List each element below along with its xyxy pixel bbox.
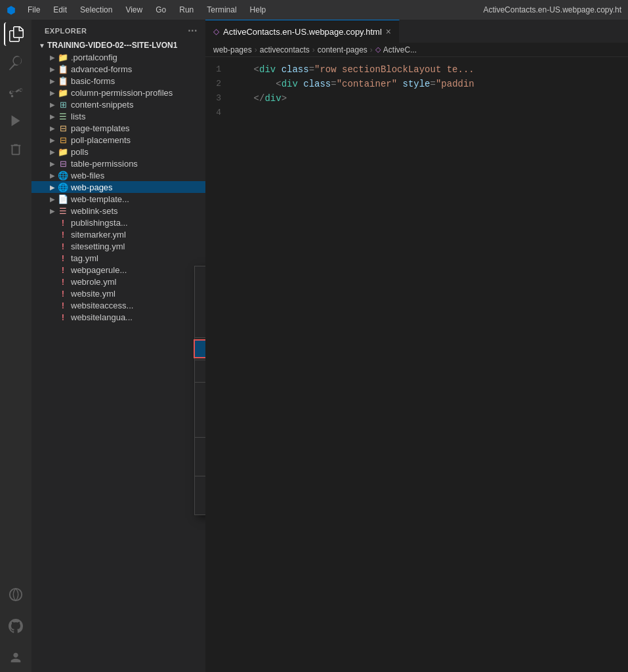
breadcrumb-file-icon: ◇ [375,45,381,54]
ctx-sep-3 [195,382,205,383]
tree-item-sitesetting[interactable]: ▶ ! sitesetting.yml [31,240,205,252]
ctx-open-terminal[interactable]: Open in Integrated Terminal [195,318,205,335]
tree-item-web-templates[interactable]: ▶ 📄 web-template... [31,193,205,205]
ctx-cut[interactable]: Cut Ctrl+X [195,385,205,402]
tree-item-sitemarker[interactable]: ▶ ! sitemarker.yml [31,228,205,240]
exclaim-icon: ! [58,288,68,299]
exclaim-icon: ! [58,300,68,310]
ctx-new-folder[interactable]: New Folder... [195,285,205,302]
activity-github[interactable] [4,614,28,638]
code-line-2: 2 <div class="container" style="paddin [205,77,628,91]
item-label: .portalconfig [71,52,117,62]
ctx-new-file[interactable]: New File... [195,269,205,285]
ctx-sep-2 [195,360,205,360]
tree-item-basic-forms[interactable]: ▶ 📋 basic-forms [31,75,205,87]
tree-item-portalconfig[interactable]: ▶ 📁 .portalconfig [31,51,205,63]
breadcrumb-content-pages[interactable]: content-pages [318,45,367,54]
tab-close-button[interactable]: × [386,26,391,37]
tree-item-weblink-sets[interactable]: ▶ ☰ weblink-sets [31,205,205,217]
line-content: <div class="container" style="paddin [232,77,628,91]
folder-icon: 📁 [58,87,68,98]
context-menu: New File... New Folder... Reveal in File… [194,266,205,515]
line-number: 4 [205,106,232,120]
item-label: webrole.yml [71,277,116,287]
item-label: webpagerule... [71,265,127,275]
tree-item-web-pages[interactable]: ▶ 🌐 web-pages [31,181,205,193]
tree-item-web-files[interactable]: ▶ 🌐 web-files [31,169,205,181]
tree-item-table-permissions[interactable]: ▶ ⊟ table-permissions [31,158,205,169]
line-number: 3 [205,91,232,106]
arrow: ▶ [47,52,58,62]
menu-edit[interactable]: Edit [48,4,72,16]
arrow: ▶ [47,158,58,169]
tree-item-website[interactable]: ▶ ! website.yml [31,287,205,299]
activity-search[interactable] [4,51,28,75]
ctx-rename[interactable]: Rename... F2 [195,479,205,495]
arrow: ▶ [47,64,58,74]
tree-item-page-templates[interactable]: ▶ ⊟ page-templates [31,122,205,134]
menu-terminal[interactable]: Terminal [201,4,241,16]
ctx-reveal-explorer[interactable]: Reveal in File Explorer Shift+Alt+R [195,302,205,318]
tree-item-content-snippets[interactable]: ▶ ⊞ content-snippets [31,98,205,110]
explorer-tree: ▼ TRAINING-VIDEO-02---SITE-LVON1 ▶ 📁 .po… [31,39,205,672]
tree-item-advanced-forms[interactable]: ▶ 📋 advanced-forms [31,63,205,75]
sidebar-more-button[interactable]: ··· [188,25,198,37]
activity-explorer[interactable] [4,22,28,46]
ctx-paste: Paste Ctrl+V [195,418,205,434]
tree-item-polls[interactable]: ▶ 📁 polls [31,146,205,158]
breadcrumb-file[interactable]: ActiveC... [383,45,417,54]
ctx-copy-relative-path[interactable]: Copy Relative Path Ctrl+K Ctrl+Shift+C [195,457,205,473]
activity-account[interactable] [4,646,28,669]
template-icon: ⊟ [58,135,68,145]
menu-selection[interactable]: Selection [75,4,117,16]
menu-run[interactable]: Run [174,4,199,16]
ctx-power-pages[interactable]: Power Pages ▶ [195,341,205,357]
item-label: weblink-sets [71,206,118,216]
activity-source-control[interactable] [4,80,28,104]
item-label: polls [71,147,89,157]
ctx-delete[interactable]: Delete Delete [195,495,205,512]
tree-item-publishingsta[interactable]: ▶ ! publishingsta... [31,217,205,228]
ctx-find-folder[interactable]: Find in Folder... Shift+Alt+F [195,363,205,379]
line-number: 1 [205,62,232,77]
tree-item-websitelangua[interactable]: ▶ ! websitelangua... [31,311,205,323]
tree-root[interactable]: ▼ TRAINING-VIDEO-02---SITE-LVON1 [31,39,205,51]
tab-active-file[interactable]: ◇ ActiveContacts.en-US.webpage.copy.html… [205,20,400,43]
arrow: ▶ [47,135,58,145]
folder-icon: 📁 [58,146,68,157]
arrow: ▶ [47,99,58,110]
activity-extensions[interactable] [4,138,28,161]
breadcrumb-web-pages[interactable]: web-pages [213,45,252,54]
menu-go[interactable]: Go [150,4,171,16]
tree-item-tag[interactable]: ▶ ! tag.yml [31,252,205,264]
tree-item-column-permission[interactable]: ▶ 📁 column-permission-profiles [31,87,205,98]
code-editor[interactable]: 1 <div class="row sectionBlockLayout te.… [205,57,628,672]
form-icon: 📋 [58,75,68,86]
activity-remote[interactable] [4,583,28,606]
ctx-copy-path[interactable]: Copy Path Shift+Alt+C [195,440,205,457]
menu-file[interactable]: File [22,4,45,16]
tree-item-poll-placements[interactable]: ▶ ⊟ poll-placements [31,134,205,146]
template-icon: ⊟ [58,123,68,133]
menu-view[interactable]: View [120,4,148,16]
tree-item-lists[interactable]: ▶ ☰ lists [31,110,205,122]
tree-item-websiteaccess[interactable]: ▶ ! websiteaccess... [31,299,205,311]
ctx-sep-1 [195,337,205,338]
item-label: sitesetting.yml [71,242,125,251]
tree-item-webrole[interactable]: ▶ ! webrole.yml [31,276,205,287]
arrow: ▶ [47,170,58,180]
activity-run[interactable] [4,109,28,133]
breadcrumb-activecontacts[interactable]: activecontacts [260,45,310,54]
menu-help[interactable]: Help [245,4,272,16]
item-label: content-snippets [71,100,133,110]
exclaim-icon: ! [58,241,68,251]
arrow: ▶ [47,182,58,192]
ctx-copy[interactable]: Copy Ctrl+C [195,402,205,418]
template-icon: ⊟ [58,158,68,169]
tree-item-webpagerule[interactable]: ▶ ! webpagerule... [31,264,205,276]
item-label: website.yml [71,289,115,299]
form-icon: 📋 [58,64,68,74]
arrow: ▶ [47,75,58,86]
arrow: ▶ [47,194,58,204]
item-label: column-permission-profiles [71,88,173,98]
